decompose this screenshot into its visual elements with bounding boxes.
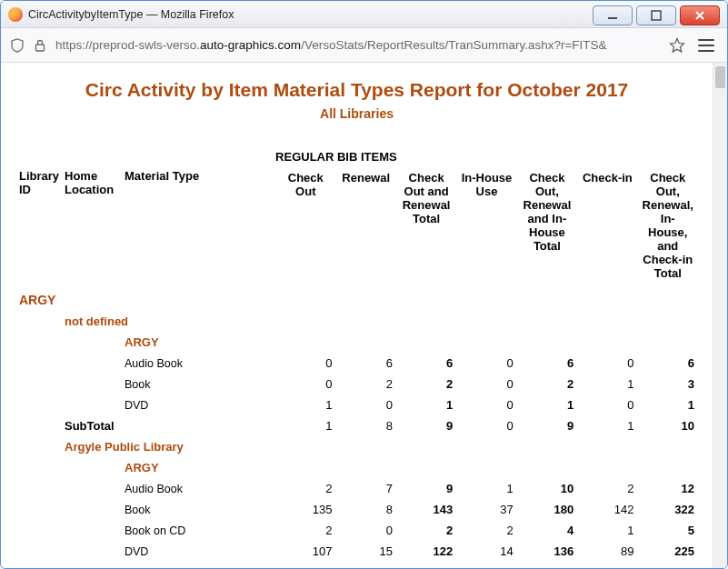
cell: 1 [638,394,698,415]
window-titlebar: CircActivitybyItemType — Mozilla Firefox [1,1,727,28]
lock-icon[interactable] [34,39,46,52]
type-head-label: ARGY [19,461,694,474]
report-table: REGULAR BIB ITEMS Library ID Home Locati… [15,148,698,562]
table-row: DVD 107 15 122 14 136 89 225 [15,541,698,562]
location-label: not defined [19,314,694,328]
col-head-check-in: Check-in [577,169,637,282]
cell: 7 [336,478,396,499]
subtotal-label: SubTotal [19,419,272,433]
cell: 1 [577,520,637,541]
page-title: Circ Activity by Item Material Types Rep… [15,79,698,101]
minimize-button[interactable] [593,5,633,25]
col-head-grand-total: Check Out, Renewal, In-House, and Check-… [638,169,698,282]
cell: 1 [456,478,516,499]
cell: 12 [638,478,698,499]
cell: 1 [275,415,335,436]
cell: 0 [577,353,637,374]
url-post: /VersoStats/ReportResults/TranSummary.as… [301,38,607,52]
cell: 0 [336,394,396,415]
cell: 89 [577,541,637,562]
cell: 3 [638,374,698,394]
cell: 37 [456,499,516,520]
bookmark-star-icon[interactable] [669,37,685,54]
cell: 0 [456,353,516,374]
table-row: Book on CD 2 0 2 2 4 1 5 [15,520,698,541]
url-pre: https://preprod-swls-verso. [55,38,200,52]
cell: 9 [517,415,577,436]
table-row: Book 135 8 143 37 180 142 322 [15,499,698,520]
url-domain: auto-graphics.com [200,38,301,52]
scrollbar-thumb[interactable] [715,66,725,88]
menu-button[interactable] [698,39,714,52]
report-page: Circ Activity by Item Material Types Rep… [1,63,713,569]
cell: 6 [517,353,577,374]
cell: 0 [456,394,516,415]
col-head-check-out: Check Out [275,169,335,282]
col-head-home-location: Home Location [65,169,114,196]
cell: 6 [638,353,698,374]
maximize-button[interactable] [636,5,676,25]
vertical-scrollbar[interactable] [713,63,727,569]
page-viewport: Circ Activity by Item Material Types Rep… [1,63,727,569]
firefox-icon [8,7,23,22]
material-label: Book [19,504,272,516]
col-head-co-ren-ih-total: Check Out, Renewal and In-House Total [517,169,577,282]
col-head-renewal: Renewal [336,169,396,282]
cell: 9 [396,415,456,436]
library-id-label: ARGY [19,293,55,307]
cell: 10 [638,415,698,436]
cell: 1 [517,394,577,415]
cell: 2 [517,374,577,394]
cell: 2 [396,374,456,394]
col-head-library-id: Library ID [19,169,59,196]
cell: 4 [517,520,577,541]
table-row: DVD 1 0 1 0 1 0 1 [15,394,698,415]
table-row: Book 0 2 2 0 2 1 3 [15,374,698,394]
window-title: CircActivitybyItemType — Mozilla Firefox [28,8,234,21]
cell: 136 [517,541,577,562]
location-label: Argyle Public Library [19,440,694,454]
window-controls [593,3,727,25]
material-label: DVD [19,399,272,412]
cell: 10 [517,478,577,499]
cell: 107 [275,541,335,562]
material-label: Book on CD [19,524,272,537]
col-head-co-renewal-total: Check Out and Renewal Total [396,169,456,282]
cell: 1 [577,415,637,436]
cell: 122 [396,541,456,562]
cell: 9 [396,478,456,499]
col-head-in-house: In-House Use [456,169,516,282]
cell: 2 [275,520,335,541]
cell: 1 [396,394,456,415]
type-head-label: ARGY [19,335,694,349]
cell: 6 [336,353,396,374]
subtotal-row: SubTotal 1 8 9 0 9 1 10 [15,415,698,436]
material-label: Book [19,378,272,391]
tracking-shield-icon[interactable] [10,38,25,53]
cell: 2 [396,520,456,541]
cell: 2 [577,478,637,499]
col-head-bib-items: REGULAR BIB ITEMS [275,150,397,164]
table-header-row-2: Library ID Home Location Material Type C… [15,169,698,282]
svg-rect-2 [36,45,45,51]
cell: 1 [275,394,335,415]
material-label: Audio Book [19,357,272,370]
cell: 135 [275,499,335,520]
svg-rect-0 [608,17,617,19]
cell: 8 [336,415,396,436]
close-button[interactable] [680,5,720,25]
cell: 2 [336,374,396,394]
page-subtitle: All Libraries [15,106,698,121]
table-header-row-1: REGULAR BIB ITEMS [15,148,698,169]
cell: 0 [577,394,637,415]
cell: 5 [638,520,698,541]
cell: 15 [336,541,396,562]
address-bar[interactable]: https://preprod-swls-verso.auto-graphics… [55,38,660,52]
table-row: Audio Book 0 6 6 0 6 0 6 [15,353,698,374]
col-head-material-type: Material Type [125,169,199,183]
cell: 2 [456,520,516,541]
cell: 0 [456,415,516,436]
cell: 0 [456,374,516,394]
cell: 6 [396,353,456,374]
browser-toolbar: https://preprod-swls-verso.auto-graphics… [1,28,727,63]
